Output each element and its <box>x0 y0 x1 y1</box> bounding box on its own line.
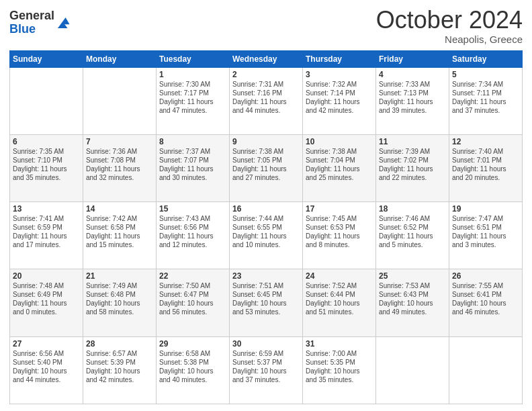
day-info: Sunrise: 7:35 AMSunset: 7:10 PMDaylight:… <box>13 147 80 182</box>
day-number: 20 <box>13 271 80 281</box>
day-number: 9 <box>232 137 300 146</box>
calendar-cell: 31Sunrise: 7:00 AMSunset: 5:35 PMDayligh… <box>303 336 376 404</box>
calendar-cell: 17Sunrise: 7:45 AMSunset: 6:53 PMDayligh… <box>303 202 376 269</box>
day-info: Sunrise: 7:38 AMSunset: 7:05 PMDaylight:… <box>232 147 300 182</box>
weekday-header-sunday: Sunday <box>10 50 83 67</box>
day-info: Sunrise: 7:00 AMSunset: 5:35 PMDaylight:… <box>306 349 373 384</box>
day-number: 21 <box>86 271 153 281</box>
logo-icon <box>56 15 71 30</box>
calendar-cell: 21Sunrise: 7:49 AMSunset: 6:48 PMDayligh… <box>83 269 157 336</box>
calendar-cell: 23Sunrise: 7:51 AMSunset: 6:45 PMDayligh… <box>230 269 303 336</box>
header: General Blue October 2024 Neapolis, Gree… <box>9 7 523 45</box>
day-number: 3 <box>306 70 373 79</box>
day-info: Sunrise: 7:30 AMSunset: 7:17 PMDaylight:… <box>159 80 226 115</box>
day-info: Sunrise: 7:49 AMSunset: 6:48 PMDaylight:… <box>86 281 153 316</box>
day-number: 14 <box>86 204 153 214</box>
week-row-3: 13Sunrise: 7:41 AMSunset: 6:59 PMDayligh… <box>10 202 523 269</box>
day-info: Sunrise: 7:45 AMSunset: 6:53 PMDaylight:… <box>306 214 373 249</box>
day-info: Sunrise: 7:40 AMSunset: 7:01 PMDaylight:… <box>452 147 519 182</box>
day-info: Sunrise: 7:52 AMSunset: 6:44 PMDaylight:… <box>306 281 373 316</box>
day-info: Sunrise: 7:55 AMSunset: 6:41 PMDaylight:… <box>452 281 519 316</box>
day-number: 17 <box>306 204 373 214</box>
calendar-cell <box>10 67 83 134</box>
calendar-cell: 20Sunrise: 7:48 AMSunset: 6:49 PMDayligh… <box>10 269 83 336</box>
logo-general: General <box>9 9 54 22</box>
calendar-cell: 1Sunrise: 7:30 AMSunset: 7:17 PMDaylight… <box>157 67 230 134</box>
calendar-cell: 16Sunrise: 7:44 AMSunset: 6:55 PMDayligh… <box>230 202 303 269</box>
calendar-cell: 8Sunrise: 7:37 AMSunset: 7:07 PMDaylight… <box>157 134 230 201</box>
week-row-5: 27Sunrise: 6:56 AMSunset: 5:40 PMDayligh… <box>10 336 523 404</box>
day-info: Sunrise: 6:58 AMSunset: 5:38 PMDaylight:… <box>159 349 226 384</box>
day-number: 7 <box>86 137 153 146</box>
calendar-cell: 10Sunrise: 7:38 AMSunset: 7:04 PMDayligh… <box>303 134 376 201</box>
weekday-header-monday: Monday <box>83 50 157 67</box>
calendar-cell: 26Sunrise: 7:55 AMSunset: 6:41 PMDayligh… <box>449 269 523 336</box>
calendar-cell: 11Sunrise: 7:39 AMSunset: 7:02 PMDayligh… <box>376 134 449 201</box>
day-info: Sunrise: 7:39 AMSunset: 7:02 PMDaylight:… <box>379 147 446 182</box>
day-info: Sunrise: 7:37 AMSunset: 7:07 PMDaylight:… <box>159 147 226 182</box>
day-number: 29 <box>159 339 226 349</box>
day-info: Sunrise: 7:44 AMSunset: 6:55 PMDaylight:… <box>232 214 300 249</box>
day-info: Sunrise: 7:31 AMSunset: 7:16 PMDaylight:… <box>232 80 300 115</box>
calendar-cell: 12Sunrise: 7:40 AMSunset: 7:01 PMDayligh… <box>449 134 523 201</box>
weekday-header-thursday: Thursday <box>303 50 376 67</box>
day-number: 27 <box>13 339 80 349</box>
calendar-cell: 28Sunrise: 6:57 AMSunset: 5:39 PMDayligh… <box>83 336 157 404</box>
month-title: October 2024 <box>376 7 523 34</box>
day-info: Sunrise: 7:32 AMSunset: 7:14 PMDaylight:… <box>306 80 373 115</box>
calendar-cell: 22Sunrise: 7:50 AMSunset: 6:47 PMDayligh… <box>157 269 230 336</box>
day-number: 26 <box>452 271 519 281</box>
logo: General Blue <box>9 9 71 36</box>
calendar-cell: 9Sunrise: 7:38 AMSunset: 7:05 PMDaylight… <box>230 134 303 201</box>
day-info: Sunrise: 7:34 AMSunset: 7:11 PMDaylight:… <box>452 80 519 115</box>
day-number: 12 <box>452 137 519 146</box>
calendar-cell: 2Sunrise: 7:31 AMSunset: 7:16 PMDaylight… <box>230 67 303 134</box>
day-info: Sunrise: 7:50 AMSunset: 6:47 PMDaylight:… <box>159 281 226 316</box>
day-number: 1 <box>159 70 226 79</box>
calendar-cell <box>449 336 523 404</box>
calendar-cell <box>376 336 449 404</box>
day-info: Sunrise: 7:46 AMSunset: 6:52 PMDaylight:… <box>379 214 446 249</box>
day-number: 8 <box>159 137 226 146</box>
day-number: 2 <box>232 70 300 79</box>
day-info: Sunrise: 6:56 AMSunset: 5:40 PMDaylight:… <box>13 349 80 384</box>
day-info: Sunrise: 7:43 AMSunset: 6:56 PMDaylight:… <box>159 214 226 249</box>
week-row-2: 6Sunrise: 7:35 AMSunset: 7:10 PMDaylight… <box>10 134 523 201</box>
calendar-cell: 13Sunrise: 7:41 AMSunset: 6:59 PMDayligh… <box>10 202 83 269</box>
calendar-cell: 29Sunrise: 6:58 AMSunset: 5:38 PMDayligh… <box>157 336 230 404</box>
day-info: Sunrise: 7:48 AMSunset: 6:49 PMDaylight:… <box>13 281 80 316</box>
calendar-cell: 4Sunrise: 7:33 AMSunset: 7:13 PMDaylight… <box>376 67 449 134</box>
day-info: Sunrise: 7:53 AMSunset: 6:43 PMDaylight:… <box>379 281 446 316</box>
calendar-cell: 5Sunrise: 7:34 AMSunset: 7:11 PMDaylight… <box>449 67 523 134</box>
day-number: 10 <box>306 137 373 146</box>
day-number: 11 <box>379 137 446 146</box>
day-info: Sunrise: 7:33 AMSunset: 7:13 PMDaylight:… <box>379 80 446 115</box>
day-number: 15 <box>159 204 226 214</box>
svg-marker-0 <box>58 17 70 28</box>
day-number: 4 <box>379 70 446 79</box>
day-info: Sunrise: 7:47 AMSunset: 6:51 PMDaylight:… <box>452 214 519 249</box>
weekday-header-friday: Friday <box>376 50 449 67</box>
day-number: 18 <box>379 204 446 214</box>
calendar-cell <box>83 67 157 134</box>
day-number: 30 <box>232 339 300 349</box>
weekday-header-row: SundayMondayTuesdayWednesdayThursdayFrid… <box>10 50 523 67</box>
week-row-1: 1Sunrise: 7:30 AMSunset: 7:17 PMDaylight… <box>10 67 523 134</box>
calendar-cell: 3Sunrise: 7:32 AMSunset: 7:14 PMDaylight… <box>303 67 376 134</box>
day-info: Sunrise: 6:59 AMSunset: 5:37 PMDaylight:… <box>232 349 300 384</box>
day-number: 25 <box>379 271 446 281</box>
weekday-header-saturday: Saturday <box>449 50 523 67</box>
day-number: 6 <box>13 137 80 146</box>
day-info: Sunrise: 7:42 AMSunset: 6:58 PMDaylight:… <box>86 214 153 249</box>
day-number: 24 <box>306 271 373 281</box>
day-number: 16 <box>232 204 300 214</box>
calendar-cell: 18Sunrise: 7:46 AMSunset: 6:52 PMDayligh… <box>376 202 449 269</box>
calendar-cell: 14Sunrise: 7:42 AMSunset: 6:58 PMDayligh… <box>83 202 157 269</box>
day-number: 23 <box>232 271 300 281</box>
title-block: October 2024 Neapolis, Greece <box>376 7 523 45</box>
calendar-cell: 24Sunrise: 7:52 AMSunset: 6:44 PMDayligh… <box>303 269 376 336</box>
calendar-cell: 6Sunrise: 7:35 AMSunset: 7:10 PMDaylight… <box>10 134 83 201</box>
day-info: Sunrise: 7:38 AMSunset: 7:04 PMDaylight:… <box>306 147 373 182</box>
calendar-table: SundayMondayTuesdayWednesdayThursdayFrid… <box>9 50 523 404</box>
location: Neapolis, Greece <box>376 34 523 45</box>
